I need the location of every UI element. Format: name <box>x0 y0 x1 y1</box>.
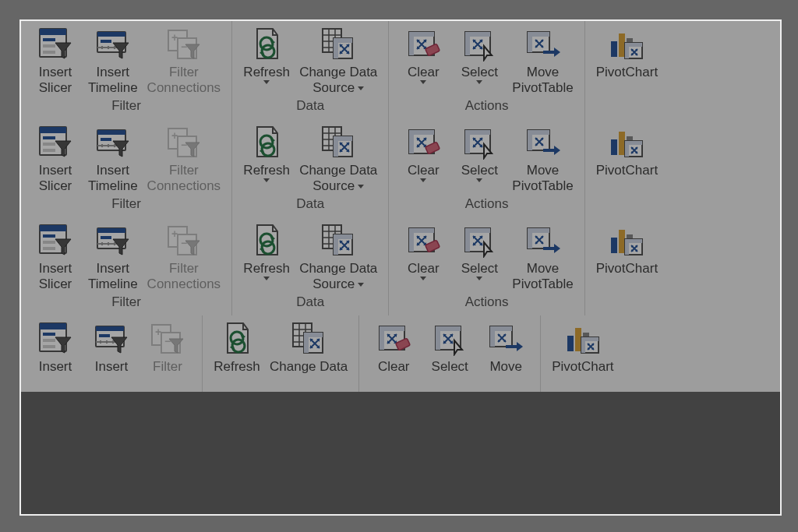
timeline-icon <box>96 27 130 62</box>
select-button[interactable]: Select <box>451 26 507 96</box>
select-button[interactable]: Select <box>451 222 507 292</box>
group-actions: ClearSelectMovePivotTableActions <box>389 21 584 119</box>
dropdown-caret-icon <box>420 80 426 84</box>
refresh-icon <box>249 224 284 258</box>
group-actions: ClearSelectMovePivotTableActions <box>389 119 584 217</box>
slicer-icon <box>38 27 72 62</box>
move-pivottable-button[interactable]: MovePivotTable <box>507 222 577 292</box>
filter-connections-label: FilterConnections <box>147 163 221 194</box>
filter-connections-label: Filter <box>153 359 182 390</box>
group-filter: InsertSlicerInsertTimelineFilterConnecti… <box>21 217 232 315</box>
move-pivot-icon <box>526 27 560 62</box>
filter-connections-button: FilterConnections <box>143 26 226 96</box>
select-label: Select <box>432 359 468 390</box>
pivot-chart-icon <box>609 224 644 258</box>
select-label: Select <box>461 65 498 96</box>
change-data-source-button[interactable]: Change Data <box>265 320 352 390</box>
select-icon <box>433 322 467 356</box>
insert-timeline-button[interactable]: InsertTimeline <box>83 26 143 96</box>
clear-button[interactable]: Clear <box>395 124 451 194</box>
change-data-source-button[interactable]: Change DataSource <box>295 124 382 194</box>
dropdown-caret-icon <box>358 283 364 287</box>
insert-slicer-button[interactable]: InsertSlicer <box>27 26 83 96</box>
group-title-tools <box>625 96 629 118</box>
insert-slicer-label: InsertSlicer <box>39 163 72 194</box>
dropdown-caret-icon <box>476 277 482 280</box>
group-actions: ClearSelectMove <box>359 315 541 392</box>
clear-button[interactable]: Clear <box>365 320 422 390</box>
filter-connections-icon <box>167 27 201 62</box>
ribbon-row: InsertSlicerInsertTimelineFilterConnecti… <box>21 217 780 315</box>
refresh-button[interactable]: Refresh <box>238 124 295 194</box>
move-pivottable-label: MovePivotTable <box>512 163 573 194</box>
group-data: RefreshChange DataSourceData <box>232 217 389 315</box>
move-pivottable-button[interactable]: Move <box>478 320 534 390</box>
select-button[interactable]: Select <box>422 320 478 390</box>
timeline-icon <box>94 322 129 356</box>
select-icon <box>462 224 496 258</box>
change-data-source-label: Change DataSource <box>299 261 377 292</box>
dropdown-caret-icon <box>476 178 482 182</box>
filter-connections-button: FilterConnections <box>143 222 226 292</box>
filter-connections-icon <box>167 125 201 160</box>
pivotchart-button[interactable]: PivotChart <box>547 320 618 390</box>
insert-timeline-button[interactable]: InsertTimeline <box>83 222 143 292</box>
change-data-source-label: Change Data <box>270 359 348 390</box>
pivotchart-label: PivotChart <box>552 359 613 390</box>
group-tools: PivotChart <box>585 119 669 217</box>
group-title-filter: Filter <box>111 194 141 216</box>
clear-button[interactable]: Clear <box>395 222 451 292</box>
group-actions: ClearSelectMovePivotTableActions <box>389 217 584 315</box>
dropdown-caret-icon <box>420 277 426 280</box>
refresh-button[interactable]: Refresh <box>238 26 295 96</box>
move-pivottable-label: MovePivotTable <box>512 65 573 96</box>
slicer-icon <box>38 125 72 160</box>
refresh-icon <box>249 125 284 160</box>
change-data-source-icon <box>291 322 326 356</box>
move-pivottable-label: MovePivotTable <box>512 261 573 292</box>
pivotchart-button[interactable]: PivotChart <box>591 222 662 292</box>
clear-icon <box>406 27 440 62</box>
clear-icon <box>376 322 411 356</box>
insert-slicer-label: Insert <box>39 359 72 390</box>
refresh-label: Refresh <box>243 261 290 292</box>
move-pivot-icon <box>526 125 560 160</box>
dropdown-caret-icon <box>263 80 270 84</box>
insert-slicer-label: InsertSlicer <box>39 65 72 96</box>
pivotchart-label: PivotChart <box>596 65 658 96</box>
pivotchart-button[interactable]: PivotChart <box>591 26 662 96</box>
move-pivot-icon <box>489 322 523 356</box>
select-button[interactable]: Select <box>451 124 507 194</box>
refresh-button[interactable]: Refresh <box>209 320 265 390</box>
pivotchart-label: PivotChart <box>596 163 658 194</box>
dropdown-caret-icon <box>358 185 364 188</box>
insert-timeline-button[interactable]: Insert <box>83 320 139 390</box>
change-data-source-button[interactable]: Change DataSource <box>295 26 382 96</box>
clear-label: Clear <box>408 163 440 194</box>
move-pivottable-button[interactable]: MovePivotTable <box>507 124 577 194</box>
clear-button[interactable]: Clear <box>395 26 451 96</box>
insert-slicer-button[interactable]: InsertSlicer <box>27 124 83 194</box>
refresh-label: Refresh <box>243 65 290 96</box>
select-label: Select <box>461 261 498 292</box>
dropdown-caret-icon <box>263 277 270 280</box>
change-data-source-button[interactable]: Change DataSource <box>295 222 382 292</box>
change-data-source-icon <box>321 224 355 258</box>
clear-label: Clear <box>408 261 440 292</box>
group-data: RefreshChange DataSourceData <box>232 119 389 217</box>
change-data-source-label: Change DataSource <box>299 65 377 96</box>
clear-label: Clear <box>408 65 440 96</box>
dropdown-caret-icon <box>263 178 270 182</box>
group-tools: PivotChart <box>585 21 669 119</box>
group-data: RefreshChange DataSourceData <box>232 21 389 119</box>
group-title-filter: Filter <box>111 292 141 314</box>
refresh-button[interactable]: Refresh <box>238 222 295 292</box>
pivotchart-button[interactable]: PivotChart <box>591 124 662 194</box>
insert-timeline-button[interactable]: InsertTimeline <box>83 124 143 194</box>
refresh-icon <box>249 27 284 62</box>
insert-slicer-button[interactable]: Insert <box>27 320 83 390</box>
clear-label: Clear <box>378 359 410 390</box>
insert-slicer-button[interactable]: InsertSlicer <box>27 222 83 292</box>
move-pivottable-button[interactable]: MovePivotTable <box>507 26 577 96</box>
ribbon-row: InsertSlicerInsertTimelineFilterConnecti… <box>21 119 780 217</box>
